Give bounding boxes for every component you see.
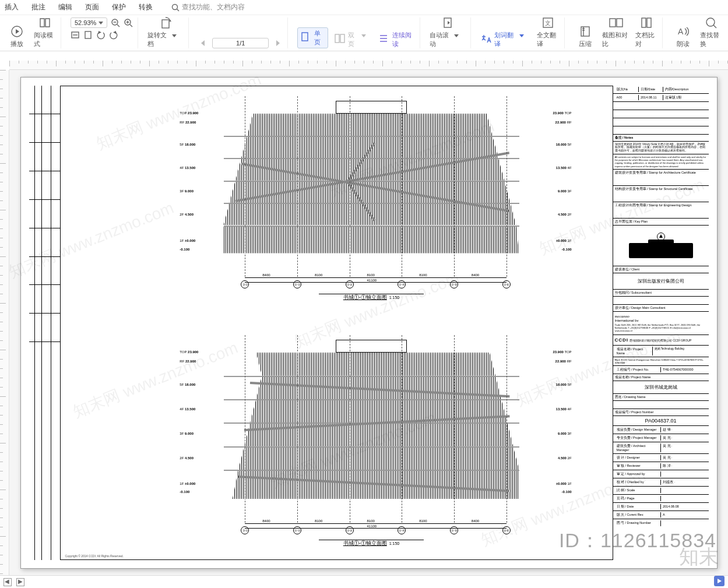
bay-dim: 8100 [419, 273, 427, 277]
menu-edit[interactable]: 编辑 [58, 2, 72, 12]
play-fab[interactable] [714, 576, 725, 586]
brand-watermark: 知末 [679, 544, 719, 571]
find-replace-button[interactable]: 查找替换 [700, 16, 722, 48]
menu-search[interactable]: 查找功能、文档内容 [171, 2, 245, 12]
document-canvas[interactable]: ①-① ①-② ①-③ ①-④ ①-⑤ ①-⑥ 8400 8100 8100 8… [9, 70, 728, 575]
double-page-label: 双页 [348, 31, 359, 48]
svg-rect-41 [642, 18, 646, 27]
svg-marker-4 [99, 22, 103, 24]
copyright-footer: Copyright © 2014 CCDI. All Rights Reserv… [65, 554, 124, 558]
zoom-out-button[interactable] [111, 18, 120, 27]
svg-marker-19 [172, 34, 177, 37]
read-mode-button[interactable]: 阅读模式 [34, 16, 56, 48]
dwg-no-label: 项目编号 / Project Number [613, 409, 709, 416]
compress-button[interactable]: 压缩 [574, 25, 596, 48]
word-translate-label: 划词翻译 [494, 31, 517, 48]
doc-compare-button[interactable]: 文档比对 [635, 16, 657, 48]
find-replace-label: 查找替换 [700, 31, 722, 48]
svg-rect-14 [85, 31, 91, 38]
chevron-down-icon [99, 20, 103, 25]
menu-insert[interactable]: 插入 [5, 2, 19, 12]
svg-line-7 [117, 24, 119, 27]
menu-protect[interactable]: 保护 [112, 2, 126, 12]
notes-en: All contents are subject to licenses and… [613, 154, 709, 170]
rotate-icon [159, 16, 172, 29]
designer-logo: mecanoo International bv Oude Delft 203,… [613, 312, 709, 335]
page-indicator[interactable]: 1/1 [212, 38, 269, 48]
menu-bar: 插入 批注 编辑 页面 保护 转换 查找功能、文档内容 [0, 0, 728, 15]
eng-stamp: 工程设计出图专用章 / Stamp for Engineering Design [613, 202, 709, 219]
rotate-button[interactable]: 旋转文档 [147, 16, 184, 48]
continuous-label: 连续阅读 [392, 31, 415, 48]
menu-annotate[interactable]: 批注 [31, 2, 45, 12]
read-aloud-label: 朗读 [677, 40, 690, 48]
zoom-in-button[interactable] [124, 18, 133, 27]
bay-dim: 8400 [472, 273, 479, 277]
svg-point-0 [173, 4, 178, 9]
zoom-combo[interactable]: 52.93% [71, 17, 107, 28]
fit-width-icon[interactable] [71, 30, 80, 40]
keyplan-label: 总平面位置 / Key Plan [613, 219, 709, 226]
left-revision-strip [29, 86, 61, 560]
ruler-vertical [0, 70, 9, 575]
single-page-button[interactable]: 单页 [297, 27, 328, 48]
menu-page[interactable]: 页面 [85, 2, 99, 12]
svg-point-44 [706, 18, 715, 26]
svg-marker-20 [201, 40, 205, 46]
proj-row: 项目名称 / Project Name龙岗 Technology Buildin… [613, 346, 709, 357]
pdf-page: ①-① ①-② ①-③ ①-④ ①-⑤ ①-⑥ 8400 8100 8100 8… [20, 77, 718, 569]
cci-logo: CCDI 悉地国际设计顾问(深圳)有限公司 CCDI GROUP [613, 335, 709, 346]
svg-marker-16 [113, 31, 116, 34]
arch-stamp: 建筑设计资质专用章 / Stamp for Architecture Certi… [613, 170, 709, 186]
next-page-button[interactable] [273, 38, 283, 48]
svg-text:A: A [678, 27, 684, 36]
read-aloud-button[interactable]: A 朗读 [672, 25, 694, 48]
proj-addr: Block B 426 Central Zhongxinnan Shenzhen… [613, 357, 709, 366]
redo-icon[interactable] [109, 30, 118, 40]
continuous-icon [379, 33, 391, 46]
svg-rect-40 [617, 19, 623, 27]
chevron-down-icon [519, 33, 531, 46]
elevation-title: 书城①-①轴立面图1:150 [343, 540, 400, 547]
translate-icon [480, 33, 492, 46]
proj-title-label: 项目名称 / Project Name [613, 374, 709, 381]
svg-text:文: 文 [545, 20, 551, 26]
speaker-icon: A [677, 25, 690, 38]
rev-row: A002014.08.11送审版 1期 [613, 94, 709, 102]
fit-page-icon[interactable] [83, 30, 93, 40]
autoscroll-icon [441, 16, 454, 29]
sidepanel-right-toggle[interactable] [16, 578, 24, 586]
play-button[interactable]: 播放 [6, 25, 28, 48]
elevation-bottom: ①-① ①-② ①-③ ①-④ ①-⑤ ①-⑥ 8400 8100 8100 8… [154, 329, 589, 558]
svg-rect-23 [335, 34, 339, 43]
menu-convert[interactable]: 转换 [139, 2, 153, 12]
notes-label: 备注 / Notes [613, 135, 709, 142]
autoscroll-label: 自动滚动 [430, 31, 453, 48]
svg-marker-25 [361, 34, 366, 37]
prev-page-button[interactable] [198, 38, 208, 48]
undo-icon[interactable] [96, 30, 105, 40]
screenshot-compare-button[interactable]: 截图和对比 [602, 16, 629, 48]
double-page-button[interactable]: 双页 [334, 31, 372, 48]
full-translate-label: 全文翻译 [537, 31, 560, 48]
elevation-top: ①-① ①-② ①-③ ①-④ ①-⑤ ①-⑥ 8400 8100 8100 8… [154, 90, 589, 312]
dwg-title-label: 图名 / Drawing Name [613, 394, 709, 401]
single-page-label: 单页 [314, 29, 325, 47]
client-label: 建设单位 / Client [613, 266, 709, 273]
zoom-value: 52.93% [75, 19, 96, 26]
screenshot-compare-icon [609, 16, 624, 29]
autoscroll-button[interactable]: 自动滚动 [430, 16, 466, 48]
svg-marker-46 [718, 579, 722, 583]
play-icon [716, 578, 722, 584]
word-translate-button[interactable]: 划词翻译 [480, 31, 531, 48]
full-translate-button[interactable]: 文 全文翻译 [537, 16, 560, 48]
compress-icon [579, 25, 592, 38]
play-label: 播放 [10, 40, 23, 48]
doc-compare-label: 文档比对 [635, 31, 657, 48]
rotate-label: 旋转文档 [147, 31, 171, 48]
svg-line-45 [713, 25, 716, 28]
svg-rect-17 [162, 20, 169, 28]
svg-marker-15 [99, 31, 101, 34]
sidepanel-left-toggle[interactable] [3, 578, 12, 586]
continuous-button[interactable]: 连续阅读 [379, 31, 416, 48]
